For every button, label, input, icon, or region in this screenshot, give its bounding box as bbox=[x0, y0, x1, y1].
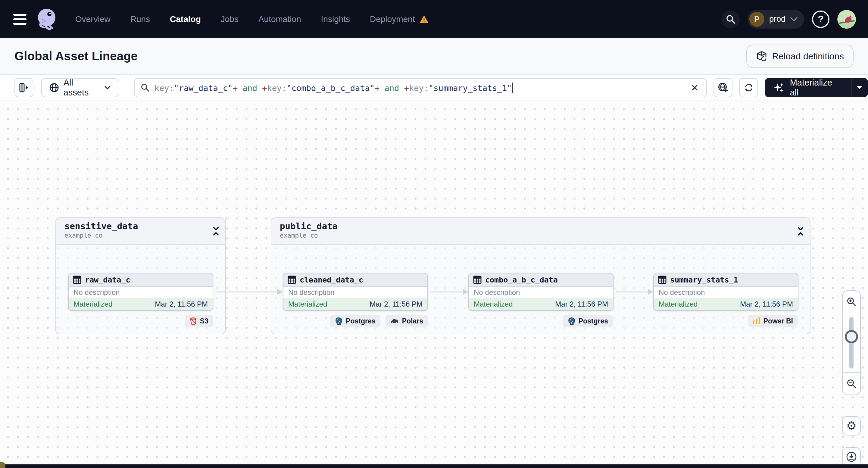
asset-node-combo-a-b-c-data[interactable]: combo_a_b_c_data No description Material… bbox=[468, 273, 614, 311]
asset-status-bar: Materialized Mar 2, 11:56 PM bbox=[654, 298, 798, 310]
deployment-switcher[interactable]: P prod bbox=[747, 10, 804, 29]
nav-item-automation[interactable]: Automation bbox=[258, 14, 301, 24]
gear-icon: ⚙ bbox=[846, 419, 857, 433]
edge-arrowhead bbox=[463, 289, 468, 295]
zoom-slider[interactable] bbox=[843, 313, 860, 372]
asset-node-raw-data-c[interactable]: raw_data_c No description Materialized M… bbox=[68, 273, 213, 311]
zoom-in-icon[interactable] bbox=[843, 291, 860, 313]
open-panel-icon[interactable] bbox=[14, 78, 33, 97]
materialize-options-icon[interactable] bbox=[851, 78, 868, 97]
table-icon bbox=[473, 276, 482, 284]
nav-items: Overview Runs Catalog Jobs Automation In… bbox=[75, 14, 429, 24]
filter-query-text: key:"raw_data_c"+ and +key:"combo_a_b_c_… bbox=[155, 83, 688, 93]
page-header: Global Asset Lineage Reload definitions bbox=[0, 38, 868, 75]
asset-description: No description bbox=[288, 288, 334, 297]
bottom-edge-bar bbox=[0, 464, 868, 468]
asset-status-bar: Materialized Mar 2, 11:56 PM bbox=[283, 298, 427, 310]
asset-description: No description bbox=[659, 288, 705, 297]
asset-node-header: cleaned_data_c bbox=[283, 274, 427, 287]
graph-settings-button[interactable]: ⚙ bbox=[842, 416, 861, 435]
navbar-right: P prod ? bbox=[722, 10, 856, 29]
download-icon bbox=[846, 451, 857, 463]
materialization-timestamp[interactable]: Mar 2, 11:56 PM bbox=[555, 300, 608, 308]
edge-arrowhead bbox=[277, 289, 283, 295]
reload-cube-icon bbox=[756, 51, 767, 62]
chevron-down-icon bbox=[104, 86, 111, 90]
search-icon[interactable] bbox=[722, 10, 740, 28]
top-navbar: Overview Runs Catalog Jobs Automation In… bbox=[0, 0, 868, 38]
download-graph-button[interactable] bbox=[842, 447, 861, 467]
tag-postgres[interactable]: Postgres bbox=[330, 315, 380, 327]
zoom-out-icon[interactable] bbox=[843, 372, 860, 395]
table-icon bbox=[658, 276, 666, 284]
nav-item-catalog[interactable]: Catalog bbox=[170, 14, 201, 24]
asset-node-cleaned-data-c[interactable]: cleaned_data_c No description Materializ… bbox=[283, 273, 428, 311]
tag-postgres[interactable]: Postgres bbox=[563, 315, 613, 327]
asset-node-header: summary_stats_1 bbox=[654, 274, 798, 287]
asset-description: No description bbox=[474, 288, 520, 297]
asset-node-header: combo_a_b_c_data bbox=[469, 274, 613, 287]
globe-icon bbox=[49, 83, 59, 93]
asset-description: No description bbox=[73, 288, 120, 297]
lineage-toolbar: All assets key:"raw_data_c"+ and +key:"c… bbox=[0, 75, 868, 101]
collapse-group-icon[interactable] bbox=[797, 226, 804, 238]
power-bi-icon bbox=[753, 317, 761, 325]
asset-status-bar: Materialized Mar 2, 11:56 PM bbox=[469, 298, 613, 310]
tags-summary-stats-1: Power BI bbox=[713, 315, 798, 327]
add-scope-icon[interactable] bbox=[713, 78, 733, 97]
table-icon bbox=[73, 276, 81, 284]
asset-node-header: raw_data_c bbox=[69, 274, 213, 287]
group-repo: example_co bbox=[280, 232, 810, 239]
nav-item-jobs[interactable]: Jobs bbox=[221, 14, 239, 24]
status-badge: Materialized bbox=[288, 300, 327, 308]
asset-node-summary-stats-1[interactable]: summary_stats_1 No description Materiali… bbox=[653, 273, 799, 311]
tag-polars[interactable]: Polars bbox=[385, 315, 428, 327]
nav-item-overview[interactable]: Overview bbox=[75, 14, 111, 24]
text-cursor bbox=[512, 83, 513, 93]
edge-cleaned-to-combo bbox=[430, 291, 464, 292]
clear-filter-icon[interactable]: ✕ bbox=[688, 81, 701, 94]
nav-item-deployment[interactable]: Deployment bbox=[370, 14, 429, 24]
tags-raw-data-c: S3 bbox=[128, 315, 213, 327]
chevron-down-icon bbox=[790, 17, 798, 21]
collapse-group-icon[interactable] bbox=[212, 226, 220, 238]
group-header: sensitive_data example_co bbox=[56, 218, 225, 245]
nav-item-runs[interactable]: Runs bbox=[130, 14, 150, 24]
group-title: public_data bbox=[280, 221, 810, 231]
page-title: Global Asset Lineage bbox=[14, 50, 137, 63]
tag-power-bi[interactable]: Power BI bbox=[748, 315, 798, 327]
asset-filter-input[interactable]: key:"raw_data_c"+ and +key:"combo_a_b_c_… bbox=[134, 78, 707, 97]
dagster-logo-icon[interactable] bbox=[34, 6, 59, 32]
help-icon[interactable]: ? bbox=[812, 10, 830, 28]
menu-icon[interactable] bbox=[13, 14, 27, 25]
reload-definitions-button[interactable]: Reload definitions bbox=[746, 44, 854, 68]
tags-combo-a-b-c-data: Postgres bbox=[528, 315, 613, 327]
polars-icon bbox=[390, 317, 399, 325]
lineage-canvas[interactable]: sensitive_data example_co public_data ex… bbox=[0, 102, 868, 468]
deployment-name: prod bbox=[769, 14, 785, 24]
materialize-all-split-button: Materialize all bbox=[765, 78, 868, 97]
tags-cleaned-data-c: Postgres Polars bbox=[343, 315, 428, 327]
s3-bucket-icon bbox=[190, 317, 197, 325]
table-icon bbox=[288, 276, 296, 284]
group-repo: example_co bbox=[64, 232, 225, 239]
zoom-slider-thumb[interactable] bbox=[845, 330, 858, 343]
asset-status-bar: Materialized Mar 2, 11:56 PM bbox=[69, 298, 213, 310]
user-avatar[interactable] bbox=[837, 10, 856, 29]
materialize-all-button[interactable]: Materialize all bbox=[765, 78, 851, 97]
tag-s3[interactable]: S3 bbox=[185, 315, 213, 327]
postgres-icon bbox=[568, 317, 576, 325]
materialization-timestamp[interactable]: Mar 2, 11:56 PM bbox=[370, 300, 423, 308]
zoom-controls bbox=[842, 290, 861, 395]
nav-item-insights[interactable]: Insights bbox=[321, 14, 350, 24]
warning-icon bbox=[419, 15, 429, 24]
postgres-icon bbox=[335, 317, 343, 325]
materialization-timestamp[interactable]: Mar 2, 11:56 PM bbox=[740, 300, 793, 308]
materialization-timestamp[interactable]: Mar 2, 11:56 PM bbox=[155, 300, 208, 308]
group-title: sensitive_data bbox=[64, 221, 225, 231]
status-badge: Materialized bbox=[474, 300, 513, 308]
refresh-icon[interactable] bbox=[739, 78, 758, 97]
status-badge: Materialized bbox=[73, 300, 112, 308]
group-header: public_data example_co bbox=[271, 218, 810, 245]
asset-scope-dropdown[interactable]: All assets bbox=[41, 78, 118, 97]
